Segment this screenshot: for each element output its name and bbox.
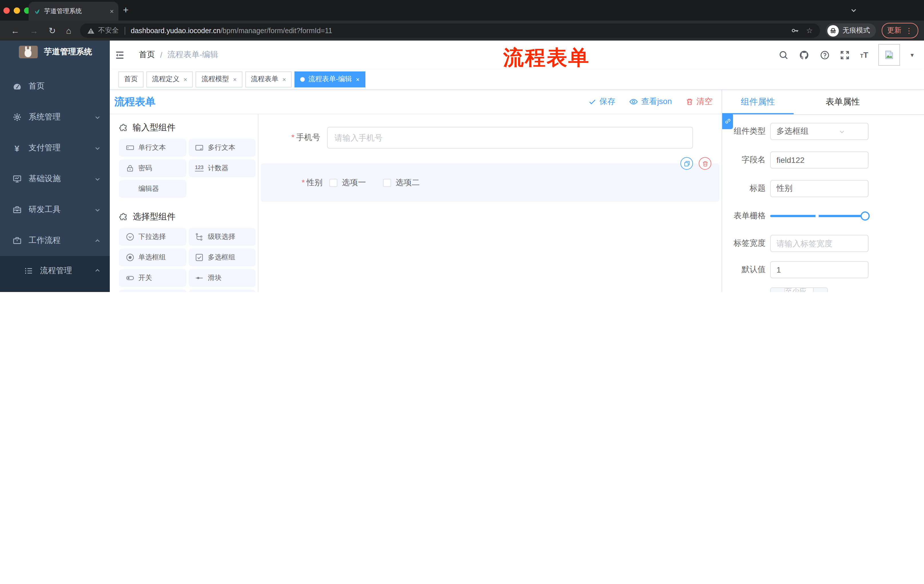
browser-address-bar: ← → ↻ ⌂ 不安全 dashboard.yudao.iocoder.cn/b… — [0, 21, 924, 41]
view-json-button[interactable]: 查看json — [629, 97, 672, 107]
palette-item-switch[interactable]: 开关 — [119, 269, 186, 287]
back-button[interactable]: ← — [11, 26, 20, 35]
min-select-value[interactable]: 至少应选 — [785, 288, 813, 292]
grid-slider[interactable] — [770, 211, 868, 220]
breadcrumb-home[interactable]: 首页 — [139, 50, 155, 60]
close-window-button[interactable] — [3, 7, 10, 13]
sidebar-item-process-mgmt[interactable]: 流程管理 — [0, 256, 110, 285]
tag-process-form[interactable]: 流程表单× — [245, 71, 292, 87]
user-avatar-broken-image[interactable] — [879, 44, 900, 66]
incognito-badge: 无痕模式 — [825, 23, 876, 38]
site-favicon-sprout-icon — [33, 7, 41, 15]
slider-handle[interactable] — [861, 211, 870, 220]
chevron-down-icon — [820, 128, 863, 135]
increment-button[interactable]: + — [813, 288, 827, 292]
palette-item-checkbox-group[interactable]: 多选框组 — [188, 248, 256, 266]
input-icon — [125, 143, 134, 152]
search-icon[interactable] — [779, 50, 789, 60]
palette-item-password[interactable]: 密码 — [119, 160, 186, 177]
palette-item-radio-group[interactable]: 单选框组 — [119, 248, 186, 266]
palette-item-counter[interactable]: 123 计数器 — [188, 160, 256, 177]
sidebar-item-process-form[interactable]: 流程表单 — [0, 285, 110, 292]
fullscreen-icon[interactable] — [840, 50, 850, 60]
tab-form-props[interactable]: 表单属性 — [794, 90, 892, 114]
tag-close-icon[interactable]: × — [356, 76, 360, 82]
phone-input[interactable] — [327, 127, 693, 148]
sidebar-item-payment[interactable]: ¥ 支付管理 — [0, 133, 110, 163]
palette-item-time-range[interactable]: 时间范围 — [188, 290, 256, 292]
default-value-input[interactable] — [770, 261, 868, 278]
gender-option2-label: 选项二 — [396, 178, 420, 188]
title-input[interactable] — [770, 180, 868, 197]
sidebar-item-system[interactable]: 系统管理 — [0, 102, 110, 133]
palette-item-editor[interactable]: 编辑器 — [119, 180, 186, 198]
chevron-up-icon — [94, 237, 101, 244]
field-link-tab[interactable] — [722, 113, 733, 129]
sidebar-submenu-workflow: 流程管理 流程表单 用户分组 — [0, 256, 110, 292]
tag-close-icon[interactable]: × — [233, 76, 237, 82]
field-name-label: 字段名 — [728, 155, 766, 165]
collapse-menu-icon[interactable] — [114, 50, 125, 60]
tag-close-icon[interactable]: × — [282, 76, 286, 82]
new-tab-button[interactable]: + — [123, 5, 129, 15]
url-field[interactable]: 不安全 dashboard.yudao.iocoder.cn/bpm/manag… — [80, 23, 820, 38]
gender-field-selected[interactable]: 性别 选项一 选项二 — [261, 163, 719, 202]
field-name-input[interactable] — [770, 151, 868, 169]
clear-button[interactable]: 清空 — [686, 97, 713, 107]
palette-item-slider[interactable]: 滑块 — [188, 269, 256, 287]
briefcase-icon — [12, 236, 22, 245]
gender-option1-checkbox[interactable] — [329, 179, 337, 187]
app-header: 首页 / 流程表单-编辑 流程表单 TT ▾ — [110, 41, 924, 69]
component-type-select[interactable]: 多选框组 — [770, 123, 868, 140]
tag-close-icon[interactable]: × — [183, 76, 187, 82]
screenshot-root: 芋道管理系统 × + ← → ↻ ⌂ 不安全 dashboard.yudao.i… — [0, 0, 924, 292]
tag-home[interactable]: 首页 — [118, 71, 144, 87]
font-size-icon[interactable]: TT — [860, 51, 868, 59]
sidebar-item-label: 系统管理 — [29, 112, 61, 122]
list-tree-icon — [23, 266, 33, 275]
minimize-window-button[interactable] — [14, 7, 20, 13]
palette-item-single-text[interactable]: 单行文本 — [119, 139, 186, 156]
tag-process-definition[interactable]: 流程定义× — [146, 71, 193, 87]
reload-button[interactable]: ↻ — [49, 26, 56, 35]
sidebar-item-infra[interactable]: 基础设施 — [0, 163, 110, 194]
password-key-icon[interactable] — [791, 26, 799, 35]
sidebar-item-home[interactable]: 首页 — [0, 71, 110, 102]
decrement-button[interactable]: − — [771, 288, 785, 292]
browser-menu-dots-icon[interactable]: ⋮ — [906, 26, 912, 35]
palette-item-multi-text[interactable]: 多行文本 — [188, 139, 256, 156]
grid-row: 表单栅格 — [722, 211, 924, 221]
tab-search-chevron-icon[interactable] — [850, 7, 857, 14]
gender-option2-checkbox[interactable] — [383, 179, 391, 187]
tag-process-model[interactable]: 流程模型× — [196, 71, 243, 87]
app-logo: 芋道管理系统 — [0, 41, 110, 63]
update-button[interactable]: 更新 ⋮ — [881, 23, 918, 38]
gender-label: 性别 — [261, 178, 329, 188]
delete-field-button[interactable] — [699, 157, 711, 170]
browser-tab[interactable]: 芋道管理系统 × — [29, 2, 118, 21]
sidebar-item-workflow[interactable]: 工作流程 — [0, 225, 110, 256]
home-button[interactable]: ⌂ — [66, 26, 71, 35]
help-icon[interactable] — [820, 50, 830, 60]
tag-process-form-edit-active[interactable]: 流程表单-编辑× — [295, 71, 365, 87]
save-button[interactable]: 保存 — [589, 97, 615, 107]
check-icon — [589, 98, 597, 106]
label-width-input[interactable] — [770, 235, 868, 252]
bookmark-star-icon[interactable]: ☆ — [806, 26, 813, 35]
palette-item-select[interactable]: 下拉选择 — [119, 228, 186, 246]
palette-item-time-picker[interactable]: 时间选择 — [119, 290, 186, 292]
eye-icon — [629, 97, 639, 106]
avatar-caret-icon[interactable]: ▾ — [911, 51, 914, 59]
tab-close-icon[interactable]: × — [110, 7, 114, 15]
palette-grid-input: 单行文本 多行文本 密码 123 计数器 编辑器 — [119, 139, 256, 198]
tab-title: 芋道管理系统 — [44, 7, 106, 15]
duplicate-field-button[interactable] — [680, 157, 693, 170]
phone-field[interactable]: 手机号 — [259, 127, 722, 148]
chevron-up-icon — [94, 267, 101, 274]
radio-icon — [125, 253, 134, 262]
palette-item-cascader[interactable]: 级联选择 — [188, 228, 256, 246]
forward-button[interactable]: → — [30, 26, 38, 35]
sidebar-item-devtools[interactable]: 研发工具 — [0, 194, 110, 225]
tab-component-props[interactable]: 组件属性 — [722, 90, 794, 114]
github-icon[interactable] — [799, 49, 810, 60]
